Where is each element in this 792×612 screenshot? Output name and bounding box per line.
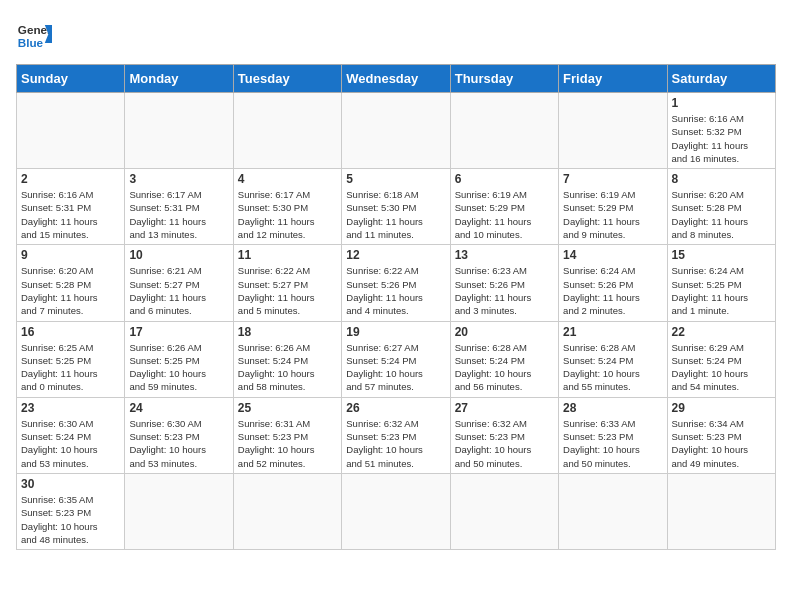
calendar-week-0: 1Sunrise: 6:16 AM Sunset: 5:32 PM Daylig…: [17, 93, 776, 169]
calendar-cell: 2Sunrise: 6:16 AM Sunset: 5:31 PM Daylig…: [17, 169, 125, 245]
header: General Blue: [16, 16, 776, 52]
calendar-cell: 18Sunrise: 6:26 AM Sunset: 5:24 PM Dayli…: [233, 321, 341, 397]
calendar-week-5: 30Sunrise: 6:35 AM Sunset: 5:23 PM Dayli…: [17, 473, 776, 549]
day-info: Sunrise: 6:33 AM Sunset: 5:23 PM Dayligh…: [563, 417, 662, 470]
calendar-cell: [342, 93, 450, 169]
calendar-cell: [342, 473, 450, 549]
calendar-cell: 8Sunrise: 6:20 AM Sunset: 5:28 PM Daylig…: [667, 169, 775, 245]
calendar-cell: 29Sunrise: 6:34 AM Sunset: 5:23 PM Dayli…: [667, 397, 775, 473]
day-number: 16: [21, 325, 120, 339]
day-number: 11: [238, 248, 337, 262]
calendar-cell: [233, 93, 341, 169]
day-number: 25: [238, 401, 337, 415]
calendar-cell: 4Sunrise: 6:17 AM Sunset: 5:30 PM Daylig…: [233, 169, 341, 245]
day-number: 14: [563, 248, 662, 262]
day-info: Sunrise: 6:34 AM Sunset: 5:23 PM Dayligh…: [672, 417, 771, 470]
svg-text:Blue: Blue: [18, 36, 44, 49]
calendar-cell: 30Sunrise: 6:35 AM Sunset: 5:23 PM Dayli…: [17, 473, 125, 549]
day-info: Sunrise: 6:32 AM Sunset: 5:23 PM Dayligh…: [455, 417, 554, 470]
day-number: 10: [129, 248, 228, 262]
calendar-cell: 12Sunrise: 6:22 AM Sunset: 5:26 PM Dayli…: [342, 245, 450, 321]
day-info: Sunrise: 6:29 AM Sunset: 5:24 PM Dayligh…: [672, 341, 771, 394]
day-number: 20: [455, 325, 554, 339]
day-number: 6: [455, 172, 554, 186]
calendar-cell: 5Sunrise: 6:18 AM Sunset: 5:30 PM Daylig…: [342, 169, 450, 245]
day-info: Sunrise: 6:23 AM Sunset: 5:26 PM Dayligh…: [455, 264, 554, 317]
day-number: 8: [672, 172, 771, 186]
calendar-cell: [233, 473, 341, 549]
day-number: 28: [563, 401, 662, 415]
day-info: Sunrise: 6:16 AM Sunset: 5:32 PM Dayligh…: [672, 112, 771, 165]
calendar-cell: 26Sunrise: 6:32 AM Sunset: 5:23 PM Dayli…: [342, 397, 450, 473]
day-info: Sunrise: 6:19 AM Sunset: 5:29 PM Dayligh…: [455, 188, 554, 241]
calendar-cell: [667, 473, 775, 549]
day-info: Sunrise: 6:18 AM Sunset: 5:30 PM Dayligh…: [346, 188, 445, 241]
day-info: Sunrise: 6:27 AM Sunset: 5:24 PM Dayligh…: [346, 341, 445, 394]
day-number: 4: [238, 172, 337, 186]
day-info: Sunrise: 6:22 AM Sunset: 5:26 PM Dayligh…: [346, 264, 445, 317]
day-info: Sunrise: 6:30 AM Sunset: 5:23 PM Dayligh…: [129, 417, 228, 470]
weekday-header-friday: Friday: [559, 65, 667, 93]
day-number: 3: [129, 172, 228, 186]
weekday-header-saturday: Saturday: [667, 65, 775, 93]
day-number: 18: [238, 325, 337, 339]
day-info: Sunrise: 6:17 AM Sunset: 5:30 PM Dayligh…: [238, 188, 337, 241]
calendar-body: 1Sunrise: 6:16 AM Sunset: 5:32 PM Daylig…: [17, 93, 776, 550]
weekday-header-sunday: Sunday: [17, 65, 125, 93]
calendar-cell: 27Sunrise: 6:32 AM Sunset: 5:23 PM Dayli…: [450, 397, 558, 473]
calendar-cell: 9Sunrise: 6:20 AM Sunset: 5:28 PM Daylig…: [17, 245, 125, 321]
calendar-cell: 1Sunrise: 6:16 AM Sunset: 5:32 PM Daylig…: [667, 93, 775, 169]
day-info: Sunrise: 6:24 AM Sunset: 5:26 PM Dayligh…: [563, 264, 662, 317]
calendar-cell: 10Sunrise: 6:21 AM Sunset: 5:27 PM Dayli…: [125, 245, 233, 321]
day-info: Sunrise: 6:26 AM Sunset: 5:24 PM Dayligh…: [238, 341, 337, 394]
calendar-cell: 16Sunrise: 6:25 AM Sunset: 5:25 PM Dayli…: [17, 321, 125, 397]
calendar-week-2: 9Sunrise: 6:20 AM Sunset: 5:28 PM Daylig…: [17, 245, 776, 321]
weekday-header-tuesday: Tuesday: [233, 65, 341, 93]
day-info: Sunrise: 6:21 AM Sunset: 5:27 PM Dayligh…: [129, 264, 228, 317]
day-info: Sunrise: 6:32 AM Sunset: 5:23 PM Dayligh…: [346, 417, 445, 470]
day-number: 13: [455, 248, 554, 262]
day-info: Sunrise: 6:19 AM Sunset: 5:29 PM Dayligh…: [563, 188, 662, 241]
calendar-cell: [125, 473, 233, 549]
day-number: 24: [129, 401, 228, 415]
calendar-table: SundayMondayTuesdayWednesdayThursdayFrid…: [16, 64, 776, 550]
calendar-cell: [559, 93, 667, 169]
calendar-cell: 28Sunrise: 6:33 AM Sunset: 5:23 PM Dayli…: [559, 397, 667, 473]
calendar-cell: 19Sunrise: 6:27 AM Sunset: 5:24 PM Dayli…: [342, 321, 450, 397]
day-number: 21: [563, 325, 662, 339]
day-number: 29: [672, 401, 771, 415]
calendar-cell: 6Sunrise: 6:19 AM Sunset: 5:29 PM Daylig…: [450, 169, 558, 245]
calendar-cell: [450, 93, 558, 169]
calendar-cell: 20Sunrise: 6:28 AM Sunset: 5:24 PM Dayli…: [450, 321, 558, 397]
calendar-cell: 15Sunrise: 6:24 AM Sunset: 5:25 PM Dayli…: [667, 245, 775, 321]
logo: General Blue: [16, 16, 56, 52]
calendar-cell: 24Sunrise: 6:30 AM Sunset: 5:23 PM Dayli…: [125, 397, 233, 473]
day-number: 1: [672, 96, 771, 110]
day-info: Sunrise: 6:35 AM Sunset: 5:23 PM Dayligh…: [21, 493, 120, 546]
day-number: 27: [455, 401, 554, 415]
day-number: 7: [563, 172, 662, 186]
day-info: Sunrise: 6:26 AM Sunset: 5:25 PM Dayligh…: [129, 341, 228, 394]
calendar-week-1: 2Sunrise: 6:16 AM Sunset: 5:31 PM Daylig…: [17, 169, 776, 245]
calendar-week-4: 23Sunrise: 6:30 AM Sunset: 5:24 PM Dayli…: [17, 397, 776, 473]
weekday-header-thursday: Thursday: [450, 65, 558, 93]
calendar-cell: 14Sunrise: 6:24 AM Sunset: 5:26 PM Dayli…: [559, 245, 667, 321]
day-info: Sunrise: 6:31 AM Sunset: 5:23 PM Dayligh…: [238, 417, 337, 470]
day-info: Sunrise: 6:20 AM Sunset: 5:28 PM Dayligh…: [21, 264, 120, 317]
calendar-cell: 21Sunrise: 6:28 AM Sunset: 5:24 PM Dayli…: [559, 321, 667, 397]
calendar-cell: 25Sunrise: 6:31 AM Sunset: 5:23 PM Dayli…: [233, 397, 341, 473]
day-info: Sunrise: 6:28 AM Sunset: 5:24 PM Dayligh…: [455, 341, 554, 394]
calendar-cell: [559, 473, 667, 549]
day-info: Sunrise: 6:25 AM Sunset: 5:25 PM Dayligh…: [21, 341, 120, 394]
calendar-cell: 3Sunrise: 6:17 AM Sunset: 5:31 PM Daylig…: [125, 169, 233, 245]
day-info: Sunrise: 6:24 AM Sunset: 5:25 PM Dayligh…: [672, 264, 771, 317]
weekday-header-row: SundayMondayTuesdayWednesdayThursdayFrid…: [17, 65, 776, 93]
calendar-cell: 23Sunrise: 6:30 AM Sunset: 5:24 PM Dayli…: [17, 397, 125, 473]
calendar-cell: [17, 93, 125, 169]
logo-icon: General Blue: [16, 16, 52, 52]
day-number: 2: [21, 172, 120, 186]
calendar-cell: [450, 473, 558, 549]
day-number: 19: [346, 325, 445, 339]
day-number: 17: [129, 325, 228, 339]
day-number: 9: [21, 248, 120, 262]
